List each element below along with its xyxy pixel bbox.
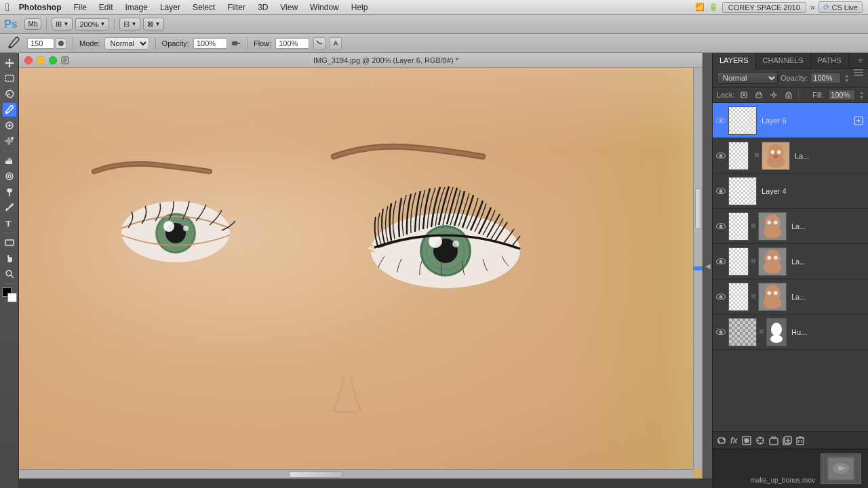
blend-mode-select[interactable]: Normal Multiply Screen Overlay (717, 72, 778, 84)
canvas-titlebar: IMG_3194.jpg @ 200% (Layer 6, RGB/8#) * (19, 53, 703, 68)
menu-3d[interactable]: 3D (252, 1, 273, 14)
menu-file[interactable]: File (68, 1, 92, 14)
tool-healing[interactable] (2, 118, 17, 133)
options-bar: 150 Mode: Normal Opacity: 100% Flow: 100… (0, 34, 868, 53)
flow-pressure-btn[interactable] (313, 37, 326, 49)
menu-select[interactable]: Select (187, 1, 220, 14)
arrange-btn[interactable]: ⊞ ▼ (52, 18, 73, 30)
menu-filter[interactable]: Filter (222, 1, 251, 14)
launch-bridge-btn[interactable]: Mb (24, 18, 42, 30)
layers-panel-menu-icon[interactable] (852, 66, 865, 79)
mode-select[interactable]: Normal (104, 37, 149, 49)
apple-logo[interactable]:  (5, 1, 9, 14)
svg-text:T: T (5, 218, 12, 228)
tool-marquee[interactable] (2, 71, 17, 86)
layer-options-icon[interactable] (852, 114, 865, 127)
layer-row[interactable]: ⛓ La... (713, 209, 868, 244)
layer-row[interactable]: ⛓ La... (713, 138, 868, 174)
layer-link-btn[interactable] (717, 436, 726, 445)
flow-label: Flow: (254, 39, 271, 47)
extras-btn[interactable]: ⊠ ▼ (143, 18, 164, 30)
opacity-arrows[interactable]: ▲ ▼ (844, 73, 849, 83)
tool-brush[interactable] (2, 102, 17, 117)
cs-live-btn[interactable]: ⟳ CS Live (818, 1, 863, 13)
menu-layer[interactable]: Layer (155, 1, 186, 14)
tool-eraser[interactable] (2, 153, 17, 168)
layer-row[interactable]: ⛓ La... (713, 244, 868, 279)
layer-visibility-toggle[interactable] (715, 256, 726, 267)
fill-arrows[interactable]: ▲ ▼ (859, 90, 864, 100)
hue-adj-thumbnail (728, 318, 757, 346)
tool-shape[interactable] (2, 235, 17, 250)
workspace-arrange-btn[interactable]: ⊟ ▼ (119, 18, 140, 30)
opacity-input[interactable]: 100% (193, 38, 227, 49)
svg-point-64 (764, 296, 782, 309)
flow-input[interactable]: 100% (275, 38, 309, 49)
menu-edit[interactable]: Edit (94, 1, 119, 14)
zoom-btn[interactable]: 200% ▼ (75, 18, 109, 30)
window-close-btn[interactable] (24, 56, 33, 64)
layer-visibility-toggle[interactable] (715, 150, 726, 161)
tab-channels[interactable]: CHANNELS (756, 53, 811, 68)
canvas-scrollbar-vertical[interactable] (693, 68, 703, 469)
collapse-panel-btn[interactable]: ◀ (703, 53, 712, 479)
lock-image-btn[interactable] (753, 89, 764, 100)
svg-point-60 (764, 261, 782, 274)
tool-move[interactable] (2, 56, 17, 70)
opacity-airbrush-btn[interactable] (231, 38, 241, 49)
layer-visibility-toggle[interactable] (715, 221, 726, 232)
tab-paths[interactable]: PATHS (811, 53, 849, 68)
brush-size-input[interactable]: 150 (27, 38, 54, 49)
layer-visibility-toggle[interactable] (715, 327, 726, 338)
layer-visibility-toggle[interactable] (715, 115, 726, 126)
layer-row[interactable]: Layer 6 (713, 103, 868, 138)
fill-input-display[interactable]: 100% (828, 89, 855, 100)
corey-workspace-btn[interactable]: COREY SPACE 2010 (722, 2, 806, 13)
menu-help[interactable]: Help (346, 1, 374, 14)
window-maximize-btn[interactable] (49, 56, 57, 64)
background-color[interactable] (7, 293, 17, 302)
tool-pen[interactable] (2, 200, 17, 215)
canvas-scrollbar-horizontal[interactable] (19, 469, 693, 479)
tool-dodge[interactable] (2, 184, 17, 199)
tool-type[interactable]: T (2, 216, 17, 230)
tool-lasso[interactable] (2, 87, 17, 102)
layer-fx-btn[interactable]: fx (730, 436, 738, 445)
window-minimize-btn[interactable] (37, 56, 45, 64)
layer-group-btn[interactable] (769, 436, 778, 445)
layer-row[interactable]: ⛓ La... (713, 279, 868, 314)
canvas-container: IMG_3194.jpg @ 200% (Layer 6, RGB/8#) * (19, 53, 712, 488)
opt-sep-3 (247, 37, 248, 49)
opacity-value-display[interactable]: 100% (810, 73, 841, 83)
layer-adjustment-btn[interactable] (755, 436, 765, 445)
tool-hand[interactable] (2, 251, 17, 266)
layer-mask-btn[interactable] (742, 436, 751, 445)
layer-row[interactable]: Layer 4 (713, 174, 868, 209)
brush-picker-btn[interactable] (56, 38, 66, 49)
menu-window[interactable]: Window (304, 1, 344, 14)
layer-visibility-toggle[interactable] (715, 186, 726, 197)
color-swatches[interactable] (2, 287, 17, 302)
tool-zoom[interactable] (2, 266, 17, 281)
tab-layers[interactable]: LAYERS (713, 53, 756, 69)
layer-visibility-toggle[interactable] (715, 291, 726, 302)
lock-position-btn[interactable] (768, 89, 779, 100)
scroll-thumb-horizontal[interactable] (289, 471, 343, 478)
tool-clone[interactable] (2, 134, 17, 148)
menu-photoshop[interactable]: Photoshop (14, 1, 67, 14)
extend-icon[interactable]: » (810, 3, 815, 12)
lock-all-btn[interactable] (783, 89, 794, 100)
video-preview-thumb[interactable] (821, 453, 861, 484)
menu-view[interactable]: View (275, 1, 303, 14)
menu-image[interactable]: Image (120, 1, 153, 14)
always-use-pressure-btn[interactable] (330, 37, 342, 49)
svg-point-28 (163, 221, 174, 232)
tool-blur[interactable] (2, 169, 17, 184)
scroll-thumb-vertical[interactable] (695, 188, 702, 229)
svg-line-19 (11, 275, 14, 278)
delete-layer-btn[interactable] (796, 436, 804, 445)
new-layer-btn[interactable] (783, 436, 792, 445)
layer-row[interactable]: ⛓ Hu... (713, 314, 868, 350)
canvas-content[interactable] (19, 68, 703, 479)
lock-transparent-btn[interactable] (738, 89, 749, 100)
